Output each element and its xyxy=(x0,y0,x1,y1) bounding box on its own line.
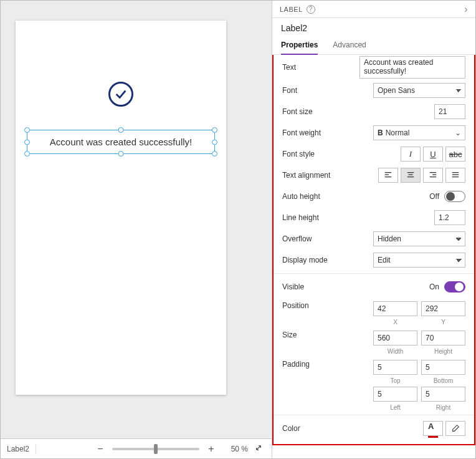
prop-visible-toggle[interactable] xyxy=(444,281,465,292)
canvas-viewport[interactable]: Account was created successfully! xyxy=(1,1,272,438)
prop-pad-top-input[interactable] xyxy=(373,360,417,375)
prop-displaymode-select[interactable]: Edit xyxy=(373,253,465,268)
prop-size-label: Size xyxy=(282,331,368,339)
prop-pad-right-input[interactable] xyxy=(421,387,465,402)
canvas-area: Account was created successfully! Label2… xyxy=(1,1,272,458)
prop-autoheight-toggle[interactable] xyxy=(444,191,465,202)
prop-fontsize-input[interactable] xyxy=(434,104,465,119)
prop-lineheight-input[interactable] xyxy=(434,210,465,225)
prop-fontweight-label: Font weight xyxy=(282,128,368,137)
prop-visible: Visible On xyxy=(274,276,474,297)
prop-font-select[interactable]: Open Sans xyxy=(373,83,465,98)
cap-width: Width xyxy=(373,348,417,355)
prop-position-x-input[interactable] xyxy=(373,301,417,316)
prop-autoheight: Auto height Off xyxy=(274,186,474,207)
prop-color-label: Color xyxy=(282,424,411,433)
align-right-button[interactable] xyxy=(423,168,443,183)
resize-handle-sw[interactable] xyxy=(24,151,30,157)
prop-visible-label: Visible xyxy=(282,283,368,291)
panel-collapse-icon[interactable]: › xyxy=(464,4,468,15)
cap-height: Height xyxy=(421,348,465,355)
help-icon[interactable]: ? xyxy=(307,5,315,14)
footer-selection: Label2 xyxy=(7,445,36,453)
prop-fontweight-select[interactable]: B Normal ⌄ xyxy=(373,125,465,140)
zoom-slider[interactable] xyxy=(112,448,199,450)
prop-font: Font Open Sans xyxy=(274,80,474,101)
prop-position: Position X Y xyxy=(274,297,474,327)
bold-icon: B xyxy=(378,128,383,137)
prop-padding: Padding Top Bottom xyxy=(274,356,474,412)
prop-visible-value: On xyxy=(429,283,439,291)
zoom-slider-thumb[interactable] xyxy=(154,444,158,454)
prop-fontweight-value: Normal xyxy=(386,128,410,137)
properties-body: Text Account was created successfully! F… xyxy=(272,55,475,445)
font-color-button[interactable]: A xyxy=(423,421,443,436)
cap-x: X xyxy=(373,319,417,326)
prop-size: Size Width Height xyxy=(274,327,474,356)
prop-size-w-input[interactable] xyxy=(373,331,417,345)
panel-tabs: Properties Advanced xyxy=(272,37,475,55)
zoom-percent: 50 % xyxy=(223,445,248,453)
cap-bottom: Bottom xyxy=(421,377,465,384)
tab-advanced[interactable]: Advanced xyxy=(333,37,366,54)
panel-title: Label2 xyxy=(272,18,475,37)
color-picker-button[interactable] xyxy=(445,421,465,436)
canvas-selected-label[interactable]: Account was created successfully! xyxy=(27,130,215,154)
resize-handle-n[interactable] xyxy=(118,127,124,133)
properties-panel: LABEL ? › Label2 Properties Advanced Tex… xyxy=(272,1,475,458)
divider-2 xyxy=(274,415,474,415)
prop-overflow-select[interactable]: Hidden xyxy=(373,231,465,246)
prop-pad-left-input[interactable] xyxy=(373,387,417,402)
panel-header-label: LABEL xyxy=(280,6,303,13)
resize-handle-e[interactable] xyxy=(212,139,217,145)
prop-color: Color A xyxy=(274,418,474,439)
prop-autoheight-value: Off xyxy=(429,192,439,201)
cap-top: Top xyxy=(373,377,417,384)
cap-right: Right xyxy=(421,404,465,411)
canvas-page[interactable]: Account was created successfully! xyxy=(16,21,226,395)
prop-align-label: Text alignment xyxy=(282,171,368,180)
canvas-label-text: Account was created successfully! xyxy=(50,137,192,147)
align-justify-button[interactable] xyxy=(445,168,465,183)
align-left-button[interactable] xyxy=(378,168,398,183)
prop-position-y-input[interactable] xyxy=(421,301,465,316)
italic-button[interactable]: I xyxy=(401,147,421,162)
prop-fontweight: Font weight B Normal ⌄ xyxy=(274,122,474,143)
tab-properties[interactable]: Properties xyxy=(281,37,318,54)
divider xyxy=(274,273,474,274)
prop-align: Text alignment xyxy=(274,165,474,186)
prop-lineheight-label: Line height xyxy=(282,213,429,222)
prop-lineheight: Line height xyxy=(274,207,474,228)
prop-position-label: Position xyxy=(282,301,368,310)
prop-autoheight-label: Auto height xyxy=(282,192,368,201)
prop-fontsize: Font size xyxy=(274,101,474,122)
prop-padding-label: Padding xyxy=(282,360,368,369)
chevron-down-icon: ⌄ xyxy=(455,128,461,137)
prop-overflow-label: Overflow xyxy=(282,234,368,243)
resize-handle-ne[interactable] xyxy=(212,127,217,133)
zoom-out-button[interactable]: − xyxy=(95,443,106,455)
prop-text-label: Text xyxy=(282,63,355,72)
panel-header: LABEL ? › xyxy=(272,1,475,18)
prop-size-h-input[interactable] xyxy=(421,331,465,345)
prop-displaymode-label: Display mode xyxy=(282,256,368,264)
font-color-icon: A xyxy=(428,422,438,431)
prop-text: Text Account was created successfully! xyxy=(274,55,474,80)
resize-handle-nw[interactable] xyxy=(24,127,30,133)
cap-y: Y xyxy=(421,319,465,326)
strikethrough-button[interactable]: abc xyxy=(445,147,465,162)
properties-list[interactable]: Text Account was created successfully! F… xyxy=(274,55,474,444)
underline-button[interactable]: U xyxy=(423,147,443,162)
cap-left: Left xyxy=(373,404,417,411)
resize-handle-se[interactable] xyxy=(212,151,217,157)
prop-text-input[interactable]: Account was created successfully! xyxy=(359,56,465,79)
zoom-in-button[interactable]: + xyxy=(206,443,217,455)
checkmark-circle-icon xyxy=(108,82,133,107)
resize-handle-w[interactable] xyxy=(24,139,30,145)
footer-bar: Label2 − + 50 % xyxy=(1,438,272,458)
fullscreen-icon[interactable] xyxy=(254,443,265,455)
align-center-button[interactable] xyxy=(401,168,421,183)
prop-fontstyle-label: Font style xyxy=(282,150,368,158)
prop-pad-bottom-input[interactable] xyxy=(421,360,465,375)
resize-handle-s[interactable] xyxy=(118,151,124,157)
